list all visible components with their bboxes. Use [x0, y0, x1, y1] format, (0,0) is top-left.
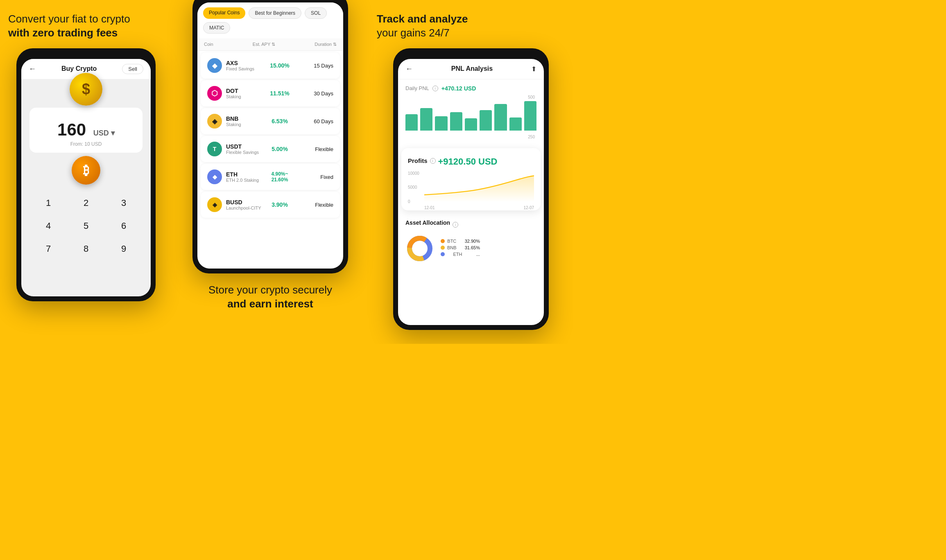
numpad-key-2[interactable]: 2: [72, 193, 100, 213]
eth-type: ETH 2.0 Staking: [226, 178, 262, 183]
btc-pct: 32.90%: [465, 239, 480, 244]
numpad-key-4[interactable]: 4: [34, 216, 63, 236]
pnl-back-arrow-icon[interactable]: ←: [405, 65, 413, 73]
numpad-key-3[interactable]: 3: [109, 193, 138, 213]
back-arrow-icon[interactable]: ←: [29, 65, 36, 73]
eth-duration: Fixed: [298, 174, 333, 180]
line-chart-area: [424, 171, 534, 204]
earn-screen: Popular Coins Best for Beginners SOL MAT…: [197, 2, 343, 269]
numpad-key-1[interactable]: 1: [34, 193, 63, 213]
daily-bar-chart: [405, 101, 536, 134]
eth-asset-pct: ...: [476, 252, 480, 257]
scale-500: 500: [528, 95, 535, 99]
asset-allocation-section: Asset Allocation i BTC: [398, 214, 544, 269]
bnb-asset-name: BNB: [447, 245, 457, 250]
bar-4: [450, 112, 462, 131]
numpad-key-6[interactable]: 6: [109, 216, 138, 236]
profits-header: Profits i +9120.50 USD: [408, 155, 534, 167]
numpad-key-7[interactable]: 7: [34, 239, 63, 259]
tab-matic[interactable]: MATIC: [203, 22, 230, 34]
donut-chart: [405, 234, 434, 263]
btc-coin-icon: ₿: [72, 156, 100, 185]
usdt-apy: 5.00%: [262, 146, 297, 152]
daily-pnl-row: Daily PNL i +470.12 USD: [405, 85, 536, 92]
tab-sol[interactable]: SOL: [305, 7, 327, 19]
usdt-info: USDT Flexible Savings: [226, 143, 262, 155]
numpad-key-9[interactable]: 9: [109, 239, 138, 259]
center-phone-container: Popular Coins Best for Beginners SOL MAT…: [192, 0, 348, 273]
bar-6: [480, 110, 492, 131]
numpad-key-5[interactable]: 5: [72, 216, 100, 236]
asset-info-icon[interactable]: i: [453, 222, 458, 228]
center-heading: Store your crypto securely and earn inte…: [208, 283, 332, 311]
bar-1: [405, 114, 418, 131]
y-10000: 10000: [408, 171, 419, 176]
busd-type: Launchpool-CITY: [226, 205, 262, 210]
coin-row-dot: ⬡ DOT Staking 11.51% 30 Days: [201, 80, 340, 106]
busd-icon: ◈: [207, 197, 222, 212]
axs-apy: 15.00%: [262, 62, 297, 69]
dot-icon: ⬡: [207, 86, 222, 101]
filter-tabs: Popular Coins Best for Beginners SOL MAT…: [197, 2, 343, 38]
btc-name: BTC: [447, 239, 456, 244]
numpad-row-2: 4 5 6: [29, 216, 143, 236]
bnb-apy: 6.53%: [262, 118, 297, 124]
col-duration: Duration ⇅: [315, 42, 337, 47]
center-phone-inner: Popular Coins Best for Beginners SOL MAT…: [197, 2, 343, 269]
y-5000: 5000: [408, 185, 419, 190]
left-phone: ← Buy Crypto Sell $ 160 USD ▾: [16, 48, 156, 301]
buy-crypto-title: Buy Crypto: [61, 65, 97, 72]
center-section: Popular Coins Best for Beginners SOL MAT…: [172, 0, 369, 344]
pnl-title: PNL Analysis: [451, 65, 493, 72]
donut-container: BTC 32.90% BNB 31.65% ETH: [405, 234, 536, 263]
asset-title-row: Asset Allocation i: [405, 219, 536, 230]
buy-crypto-screen: ← Buy Crypto Sell $ 160 USD ▾: [21, 59, 151, 296]
profits-value: +9120.50 USD: [438, 156, 498, 167]
bnb-duration: 60 Days: [298, 118, 333, 124]
center-heading-line2: and earn interest: [227, 298, 313, 310]
right-heading-line1: Track and analyze: [377, 13, 468, 25]
dot-type: Staking: [226, 94, 262, 99]
x-end: 12-07: [523, 205, 534, 210]
share-icon[interactable]: ⬆: [531, 65, 536, 73]
bar-3: [435, 116, 447, 131]
bnb-dot: [441, 246, 445, 250]
numpad-row-3: 7 8 9: [29, 239, 143, 259]
center-heading-container: Store your crypto securely and earn inte…: [208, 283, 332, 319]
bnb-type: Staking: [226, 122, 262, 127]
bar-7: [494, 104, 507, 131]
numpad-key-8[interactable]: 8: [72, 239, 100, 259]
tab-best-beginners[interactable]: Best for Beginners: [249, 7, 301, 19]
amount-display: 160 USD ▾: [42, 120, 130, 140]
right-heading-line2: your gains 24/7: [377, 27, 450, 39]
bar-8: [509, 117, 522, 131]
asset-eth-row: ETH ...: [441, 252, 480, 257]
from-label: From: 10 USD: [42, 141, 130, 147]
usdt-duration: Flexible: [298, 146, 333, 152]
tab-popular-coins[interactable]: Popular Coins: [203, 7, 245, 19]
daily-pnl-section: Daily PNL i +470.12 USD 500: [398, 79, 544, 145]
left-section: Convert your fiat to crypto with zero tr…: [0, 0, 172, 344]
y-axis: 10000 5000 0: [408, 171, 419, 204]
coin-row-usdt: T USDT Flexible Savings 5.00% Flexible: [201, 136, 340, 162]
bnb-asset-pct: 31.65%: [465, 245, 480, 250]
left-heading-line1: Convert your fiat to crypto: [8, 13, 130, 25]
sell-button[interactable]: Sell: [122, 64, 143, 74]
asset-bnb-row: BNB 31.65%: [441, 245, 480, 250]
x-start: 12-01: [424, 205, 435, 210]
dot-apy: 11.51%: [262, 90, 297, 97]
daily-pnl-info-icon[interactable]: i: [432, 86, 438, 91]
daily-pnl-value: +470.12 USD: [441, 85, 476, 92]
busd-duration: Flexible: [298, 202, 333, 208]
eth-asset-name: ETH: [453, 252, 462, 257]
profits-line-chart: 10000 5000 0: [408, 171, 534, 204]
left-heading: Convert your fiat to crypto with zero tr…: [8, 12, 130, 40]
coin-row-axs: ◆ AXS Fixed Savings 15.00% 15 Days: [201, 52, 340, 79]
axs-duration: 15 Days: [298, 63, 333, 69]
center-heading-line1: Store your crypto securely: [208, 284, 332, 296]
profits-info-icon[interactable]: i: [430, 158, 436, 164]
busd-name: BUSD: [226, 199, 262, 205]
pnl-header: ← PNL Analysis ⬆: [398, 59, 544, 79]
dot-duration: 30 Days: [298, 90, 333, 97]
chart-scale-250: 250: [405, 135, 536, 139]
